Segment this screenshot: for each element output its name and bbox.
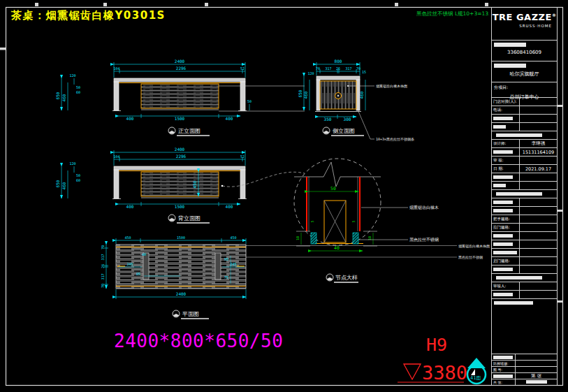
dim-label: 317	[325, 66, 331, 71]
dim-label: 317	[101, 254, 105, 260]
steel-foot	[353, 233, 358, 244]
titleblock-row	[492, 123, 557, 131]
titleblock-row	[492, 207, 557, 215]
table-leg	[114, 82, 119, 110]
dim-label: 26	[336, 66, 340, 71]
titleblock-row: 启门规格:	[492, 257, 557, 266]
detail-leader-curve	[222, 172, 305, 187]
dim-label: 104	[113, 66, 119, 71]
field-label-bar	[494, 64, 526, 68]
dim-label: 400	[126, 116, 134, 121]
dim-label: 460	[303, 91, 308, 99]
titleblock-row	[492, 354, 557, 361]
dim-label: 60	[76, 178, 80, 182]
dim-label: 460	[359, 91, 364, 99]
leader-label: 10+3=黑色拉丝不锈钢条	[376, 137, 414, 142]
view-plan: 450 1500 450 2400 70 317 26 317 70 40 24…	[101, 235, 490, 319]
dim-label: 245	[230, 262, 236, 266]
dim-label: 50	[76, 85, 80, 89]
view-front-elevation: 2400 104 2296 52 650 460 120 50 60 400 1…	[55, 59, 305, 136]
drawing-sheet: 茶桌：烟熏锯齿白橡Y0301S 黑色拉丝不锈钢 L规10+3=13:3根	[0, 0, 568, 392]
north-arrow-label: 41图	[470, 375, 481, 381]
dim-label: 5	[310, 220, 314, 222]
titleblock-row: 审 核:	[492, 157, 557, 165]
store-row: 哈尔滨旗舰厅	[492, 61, 557, 82]
dim-label: 400	[226, 116, 233, 121]
leader-label: 烟熏锯齿白橡木饰面	[458, 244, 490, 249]
dim-label: 26	[101, 264, 105, 268]
view-marker-icon	[168, 127, 175, 134]
dim-label: 1500	[177, 235, 185, 240]
view-label: 侧立面图	[333, 128, 355, 134]
titleblock-row: 拉门规格:	[492, 224, 557, 232]
dim-label: 650	[55, 92, 60, 99]
titleblock-row	[492, 266, 557, 274]
drawing-canvas: 2400 104 2296 52 650 460 120 50 60 400 1…	[0, 0, 568, 392]
view-label: 背立面图	[178, 215, 201, 222]
level-annotation: 3380	[422, 362, 467, 384]
titleblock-row	[492, 240, 557, 249]
dim-label: 120	[69, 161, 75, 166]
dim-label: 317	[101, 273, 105, 280]
dim-label: 120	[69, 73, 75, 78]
dim-label: 52	[240, 154, 245, 159]
dim-label: 10	[296, 236, 300, 240]
north-arrow-icon: 41图	[467, 358, 486, 384]
brand-name: TRE GAZZE®	[492, 12, 557, 22]
dim-label: 52	[240, 66, 245, 71]
dim-label: 50	[76, 173, 80, 177]
dim-label: 70	[316, 66, 320, 71]
dim-label: 400	[226, 204, 233, 209]
view-marker-icon	[323, 127, 330, 134]
dim-label: 75	[224, 275, 228, 280]
steel-foot	[311, 233, 316, 244]
titleblock-row	[492, 173, 557, 182]
dim-label: 85	[136, 272, 140, 276]
dim-label: 800	[335, 59, 342, 64]
titleblock-row: 审核人:	[492, 282, 557, 291]
dim-label: 460	[61, 182, 66, 189]
dim-label: 70	[101, 284, 105, 288]
titleblock-rows: 门店对接(人):电话:设计师:李继强15131164109审 核:日 期:202…	[492, 98, 557, 299]
dim-label: 450	[124, 235, 131, 240]
brand-logo: TRE GAZZE® SRUSS·HOME	[492, 7, 557, 41]
titleblock-bottom-rows: 比例缩放:图 号:第 张共 张:	[492, 354, 557, 386]
dim-label: 317	[345, 66, 351, 71]
dim-label: 70	[101, 245, 105, 249]
view-side-elevation: 800 70 317 26 317 70 650 460 120 460 15 …	[298, 59, 414, 142]
dim-label: 2296	[176, 154, 187, 159]
title-block: TRE GAZZE® SRUSS·HOME 33608410609 哈尔滨旗舰厅…	[491, 7, 558, 386]
table-leg	[240, 170, 245, 198]
dim-label: 50	[330, 186, 336, 191]
dim-label: 70	[356, 66, 361, 71]
dim-label: 104	[113, 154, 119, 159]
titleblock-row	[492, 291, 557, 299]
table-top	[316, 76, 360, 80]
dim-label: 400	[126, 204, 134, 209]
dim-label: 2296	[176, 66, 187, 71]
titleblock-row: 日 期:2021.09.17	[492, 165, 557, 173]
titleblock-row: 比例缩放:	[492, 361, 557, 367]
dim-label: 245	[126, 262, 133, 266]
registered-mark-icon: ®	[552, 13, 557, 17]
titleblock-row	[492, 182, 557, 190]
dim-label: 450	[230, 235, 236, 240]
dim-label: 95	[224, 257, 228, 261]
titleblock-row	[492, 131, 557, 140]
titleblock-row	[492, 190, 557, 198]
order-number: 33608410609	[494, 50, 555, 55]
dim-label: 350	[324, 117, 332, 122]
dim-label: 650	[298, 89, 303, 97]
dim-label: 15	[362, 70, 366, 74]
dim-label: 300	[344, 117, 351, 122]
view-marker-icon	[326, 274, 333, 281]
view-marker-icon	[173, 310, 180, 317]
annotations: 2400*800*650/50 H9 3380 41图	[114, 331, 486, 384]
dim-label: 2400	[176, 291, 187, 296]
dim-label: 120	[307, 71, 314, 75]
dim-label: 40	[142, 252, 146, 256]
code-annotation: H9	[426, 335, 447, 355]
dim-label: 2400	[175, 147, 185, 152]
view-label: 节点大样	[335, 275, 358, 281]
titleblock-row: 共 张:	[492, 379, 557, 386]
